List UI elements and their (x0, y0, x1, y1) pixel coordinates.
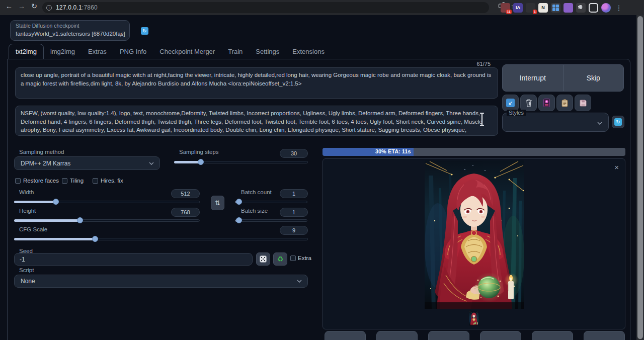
cfg-scale-label: CFG Scale (19, 226, 47, 232)
browser-profile-avatar[interactable] (601, 3, 611, 13)
browser-forward-icon[interactable]: → (17, 2, 27, 10)
batch-count-label: Batch count (241, 189, 272, 195)
tiling-label: Tiling (70, 178, 84, 184)
tab-extras[interactable]: Extras (82, 44, 113, 59)
extensions-row: 11 IA 1 N ⋮ (501, 2, 624, 13)
interrupt-button[interactable]: Interrupt (503, 65, 563, 91)
batch-size-slider[interactable] (235, 217, 307, 223)
page-scrollbar[interactable] (636, 15, 644, 340)
extension-badge: 11 (506, 10, 512, 14)
height-slider[interactable] (14, 217, 200, 223)
tab-settings[interactable]: Settings (249, 44, 286, 59)
extension-icon-frame[interactable] (589, 3, 598, 13)
script-label: Script (19, 267, 34, 273)
sampling-method-dropdown[interactable]: DPM++ 2M Karras (14, 156, 160, 170)
extra-networks-button[interactable] (538, 95, 555, 111)
extension-icon-red[interactable]: 11 (501, 3, 510, 13)
progress-bar: 30% ETA: 11s (323, 148, 625, 156)
clear-prompt-button[interactable] (520, 95, 537, 111)
gallery-button-1[interactable] (325, 331, 366, 340)
gallery-button-6[interactable] (584, 331, 625, 340)
swap-arrows-icon: ⇅ (215, 199, 220, 207)
styles-dropdown[interactable]: Styles (502, 113, 609, 132)
extension-icon-dark[interactable]: 1 (526, 3, 535, 13)
refresh-checkpoint-button[interactable]: ↻ (141, 27, 148, 35)
skip-button[interactable]: Skip (564, 65, 624, 91)
ibeam-cursor (478, 112, 486, 128)
random-seed-button[interactable] (256, 252, 270, 266)
swap-dimensions-button[interactable]: ⇅ (211, 196, 224, 210)
sampling-method-label: Sampling method (19, 149, 64, 155)
gallery-button-4[interactable] (480, 331, 521, 340)
tab-img2img[interactable]: img2img (44, 44, 82, 59)
tiling-checkbox[interactable] (62, 178, 67, 184)
prompt-input[interactable]: close up angle, portrait of a beautiful … (15, 67, 498, 99)
sampling-method-value: DPM++ 2M Karras (21, 160, 70, 167)
batch-count-slider[interactable] (235, 199, 307, 205)
output-gallery: × (323, 158, 625, 329)
height-value[interactable]: 768 (171, 208, 200, 217)
scrollbar-thumb[interactable] (637, 16, 643, 339)
cfg-scale-value[interactable]: 9 (280, 226, 308, 235)
batch-size-label: Batch size (241, 208, 268, 214)
restore-faces-checkbox[interactable] (15, 178, 21, 184)
site-info-icon[interactable]: i (46, 5, 52, 11)
negative-prompt-input[interactable]: NSFW, (worst quality, low quality:1.4), … (15, 106, 498, 136)
extension-icon-n[interactable]: N (538, 3, 548, 13)
main-tabs: txt2img img2img Extras PNG Info Checkpoi… (9, 45, 331, 59)
dice-icon (260, 256, 267, 263)
floppy-save-icon (580, 100, 587, 107)
puzzle-extensions-icon[interactable] (576, 3, 586, 13)
generated-image[interactable] (425, 160, 524, 309)
browser-back-icon[interactable]: ← (4, 2, 14, 10)
url-port: :7860 (82, 4, 98, 11)
batch-size-value[interactable]: 1 (280, 208, 308, 217)
ia-label: IA (516, 5, 520, 10)
hires-fix-label: Hires. fix (101, 178, 123, 184)
url-host: 127.0.0.1 (56, 4, 82, 11)
close-icon[interactable]: × (614, 163, 619, 172)
cfg-scale-slider[interactable] (14, 236, 308, 242)
recycle-icon: ♻ (277, 255, 284, 263)
script-dropdown[interactable]: None (14, 275, 308, 288)
width-slider[interactable] (14, 199, 200, 205)
extension-icon-grid[interactable] (551, 3, 560, 13)
save-style-button[interactable] (575, 95, 591, 111)
gallery-button-3[interactable] (428, 331, 469, 340)
reuse-seed-button[interactable]: ♻ (273, 252, 287, 266)
tab-txt2img[interactable]: txt2img (9, 44, 44, 60)
kebab-menu-icon[interactable]: ⋮ (614, 4, 624, 12)
prompt-token-counter: 61/75 (453, 61, 491, 67)
extension-icon-ia[interactable]: IA (513, 3, 523, 13)
sampling-steps-slider[interactable] (174, 159, 308, 165)
browser-reload-icon[interactable]: ↻ (29, 2, 39, 10)
sampling-steps-label: Sampling steps (179, 149, 219, 155)
tab-train[interactable]: Train (221, 44, 249, 59)
tab-extensions[interactable]: Extensions (286, 44, 331, 59)
checkpoint-dropdown[interactable]: Stable Diffusion checkpoint fantasyWorld… (10, 20, 130, 41)
script-value: None (21, 278, 35, 285)
apply-style-button[interactable] (556, 95, 573, 111)
refresh-styles-button[interactable]: ↻ (612, 116, 624, 128)
hires-fix-checkbox[interactable] (93, 178, 98, 184)
tab-png-info[interactable]: PNG Info (113, 44, 153, 59)
paste-generation-params-button[interactable]: ↙ (502, 95, 519, 111)
gallery-button-2[interactable] (376, 331, 418, 340)
styles-label: Styles (507, 110, 526, 116)
app-root: ← → ↻ i 127.0.0.1:7860 ☆ 11 IA 1 N ⋮ (0, 0, 644, 340)
extension-icon-purple[interactable] (564, 3, 573, 13)
width-value[interactable]: 512 (171, 189, 200, 198)
chevron-down-icon (118, 34, 123, 37)
seed-input[interactable] (14, 253, 253, 266)
seed-extra-checkbox[interactable] (290, 256, 296, 261)
tab-checkpoint-merger[interactable]: Checkpoint Merger (153, 44, 221, 59)
chevron-down-icon (297, 280, 302, 283)
sampling-steps-value[interactable]: 30 (280, 149, 308, 158)
address-bar[interactable]: i 127.0.0.1:7860 (42, 2, 489, 13)
restore-faces-label: Restore faces (23, 178, 59, 184)
n-label: N (541, 5, 545, 10)
batch-count-value[interactable]: 1 (280, 189, 308, 198)
flower-card-icon (543, 99, 550, 107)
gallery-button-5[interactable] (532, 331, 573, 340)
gallery-thumbnail[interactable] (468, 311, 480, 325)
